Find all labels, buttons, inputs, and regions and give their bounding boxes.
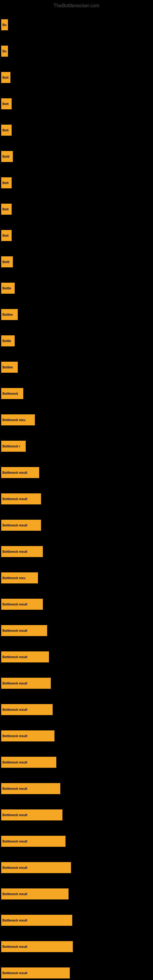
bar-row: Bott [0, 117, 153, 143]
bar-label: Bott [2, 76, 9, 79]
bar-row: Bottleneck result [0, 881, 153, 907]
bar: Bott [1, 72, 10, 83]
bar-label: Bottleneck result [2, 550, 27, 554]
bar: Bottleneck result [1, 651, 49, 662]
bar-label: Bottleneck result [2, 734, 27, 738]
bar: Bottleneck result [1, 730, 54, 741]
bar-row: Bottl [0, 143, 153, 170]
bar: Bott [1, 177, 12, 188]
bar-row: Bottleneck [0, 380, 153, 407]
bar: Bottleneck resu [1, 573, 38, 584]
bar-row: Bottleneck result [0, 697, 153, 723]
bar-row: Bottleneck result [0, 802, 153, 828]
bar: Bottleneck result [1, 520, 41, 531]
bar-row: Bottleneck r [0, 433, 153, 460]
bar-label: Bott [2, 208, 9, 211]
bar-label: Bottleneck resu [2, 576, 26, 580]
bar-row: Bottleneck resu [0, 407, 153, 433]
bar-label: Bott [2, 102, 9, 106]
bar: Bottleneck [1, 388, 23, 399]
bar-row: Bottle [0, 275, 153, 301]
bar-row: Bo [0, 38, 153, 64]
bar: Bott [1, 204, 12, 215]
site-title: TheBottlenecker.com [0, 0, 153, 12]
bar-label: Bottleneck result [2, 945, 27, 948]
bar-row: Bottleneck result [0, 854, 153, 881]
bar-label: Bottleneck r [2, 445, 20, 448]
bar-label: Bottleneck result [2, 629, 27, 632]
bar-row: Bott [0, 170, 153, 196]
bar: Bottleneck result [1, 625, 47, 636]
bar-row: Bottlen [0, 301, 153, 328]
bars-container: BoBoBottBottBottBottlBottBottBottBottlBo… [0, 12, 153, 980]
bar: Bottleneck result [1, 678, 51, 689]
bar: Bottleneck result [1, 704, 53, 715]
bar-row: Bottleneck result [0, 723, 153, 749]
bar-row: Bottleneck result [0, 960, 153, 980]
bar-row: Bottleneck result [0, 460, 153, 486]
bar-row: Bottleneck result [0, 644, 153, 670]
bar-label: Bottleneck result [2, 919, 27, 922]
bar-label: Bottleneck result [2, 471, 27, 474]
bar-row: Bottleneck result [0, 934, 153, 960]
bar-label: Bottleneck result [2, 892, 27, 896]
bar-label: Bottleneck result [2, 708, 27, 711]
bar-label: Bottleneck result [2, 497, 27, 501]
bar-row: Bo [0, 12, 153, 38]
bar: Bottle [1, 335, 15, 346]
bar-row: Bottleneck result [0, 591, 153, 617]
bar-label: Bottlen [2, 313, 13, 317]
bar-row: Bottleneck result [0, 670, 153, 697]
bar: Bottl [1, 256, 13, 267]
bar-label: Bottlen [2, 366, 13, 369]
bar: Bottleneck result [1, 546, 43, 557]
bar-label: Bottleneck result [2, 524, 27, 527]
bar-row: Bottle [0, 328, 153, 354]
bar: Bo [1, 19, 8, 30]
bar-row: Bottleneck result [0, 538, 153, 565]
bar: Bottleneck resu [1, 414, 35, 425]
bar-label: Bo [2, 23, 6, 27]
bar-label: Bottleneck resu [2, 418, 26, 422]
bar-label: Bott [2, 181, 9, 185]
bar-label: Bottle [2, 339, 11, 343]
bar-label: Bo [2, 49, 6, 53]
bar-label: Bottleneck result [2, 761, 27, 764]
bar-label: Bottleneck result [2, 971, 27, 975]
bar: Bottleneck result [1, 810, 62, 821]
bar-row: Bottleneck result [0, 512, 153, 538]
bar-row: Bottl [0, 249, 153, 275]
bar: Bottleneck result [1, 783, 60, 794]
bar: Bottleneck r [1, 441, 26, 452]
bar: Bottleneck result [1, 599, 43, 610]
bar-label: Bottleneck result [2, 813, 27, 817]
bar-label: Bott [2, 129, 9, 132]
bar-row: Bottleneck result [0, 828, 153, 854]
bar-label: Bottleneck result [2, 787, 27, 791]
bar: Bottl [1, 151, 13, 162]
bar-label: Bottleneck result [2, 866, 27, 869]
bar-row: Bott [0, 64, 153, 91]
bar: Bottle [1, 283, 15, 294]
bar-row: Bott [0, 196, 153, 222]
bar: Bottleneck result [1, 915, 72, 926]
bar: Bottlen [1, 309, 18, 320]
bar-label: Bottleneck result [2, 603, 27, 606]
bar: Bottleneck result [1, 836, 65, 847]
bar: Bottleneck result [1, 467, 39, 478]
bar: Bottleneck result [1, 888, 69, 899]
bar-label: Bottleneck result [2, 682, 27, 685]
bar-row: Bottleneck result [0, 907, 153, 934]
bar-row: Bottleneck result [0, 617, 153, 644]
bar-row: Bott [0, 91, 153, 117]
bar-row: Bottleneck result [0, 775, 153, 802]
bar: Bottleneck result [1, 862, 71, 873]
bar-label: Bottleneck [2, 392, 18, 395]
bar: Bottleneck result [1, 941, 73, 952]
bar: Bottlen [1, 362, 18, 373]
bar-label: Bottleneck result [2, 840, 27, 843]
bar: Bott [1, 98, 12, 109]
bar-row: Bottleneck resu [0, 565, 153, 591]
bar-label: Bottle [2, 286, 11, 290]
bar: Bott [1, 230, 12, 241]
